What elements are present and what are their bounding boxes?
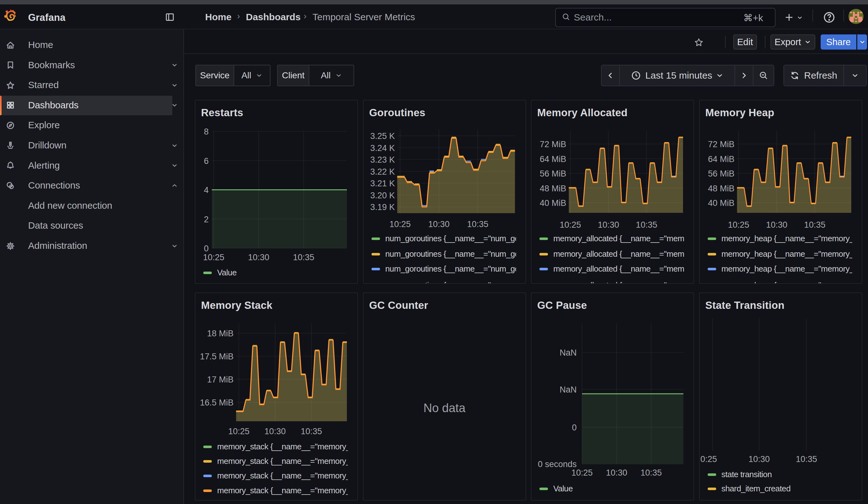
svg-text:56 MiB: 56 MiB xyxy=(707,169,734,178)
svg-text:3.25 K: 3.25 K xyxy=(370,131,394,141)
svg-text:10:35: 10:35 xyxy=(804,220,825,229)
svg-text:8: 8 xyxy=(204,127,209,136)
svg-text:3.22 K: 3.22 K xyxy=(370,167,394,176)
svg-text:0: 0 xyxy=(572,423,577,432)
svg-text:10:30: 10:30 xyxy=(428,219,450,229)
svg-text:2: 2 xyxy=(204,215,209,224)
svg-text:17.5 MiB: 17.5 MiB xyxy=(200,352,234,361)
svg-text:10:35: 10:35 xyxy=(467,219,488,229)
svg-text:0 seconds: 0 seconds xyxy=(538,460,577,469)
svg-text:10:35: 10:35 xyxy=(301,426,322,436)
svg-text:10:25: 10:25 xyxy=(389,219,411,229)
svg-text:72 MiB: 72 MiB xyxy=(540,140,566,149)
svg-text:48 MiB: 48 MiB xyxy=(707,184,734,193)
svg-text:10:25: 10:25 xyxy=(571,468,593,477)
svg-text:18 MiB: 18 MiB xyxy=(207,329,234,338)
svg-text:4: 4 xyxy=(204,185,209,195)
svg-text:10:25: 10:25 xyxy=(560,220,581,229)
svg-text:3.23 K: 3.23 K xyxy=(370,155,394,165)
svg-text:6: 6 xyxy=(204,156,209,166)
svg-text:NaN: NaN xyxy=(560,348,577,358)
svg-text:10:30: 10:30 xyxy=(265,426,286,436)
svg-text:64 MiB: 64 MiB xyxy=(707,154,734,164)
svg-text:10:30: 10:30 xyxy=(248,253,270,262)
svg-text:NaN: NaN xyxy=(560,385,577,394)
svg-text:16.5 MiB: 16.5 MiB xyxy=(200,398,234,407)
svg-text:3.19 K: 3.19 K xyxy=(370,203,394,212)
svg-text:10:30: 10:30 xyxy=(748,454,770,464)
svg-text:10:25: 10:25 xyxy=(228,426,250,436)
svg-text:40 MiB: 40 MiB xyxy=(540,198,566,208)
svg-text:10:30: 10:30 xyxy=(606,468,628,477)
svg-text:10:25: 10:25 xyxy=(203,253,225,262)
svg-text:10:30: 10:30 xyxy=(766,220,787,229)
svg-text:10:35: 10:35 xyxy=(640,468,662,477)
svg-text:56 MiB: 56 MiB xyxy=(540,169,566,178)
svg-text:3.21 K: 3.21 K xyxy=(370,179,394,188)
svg-text:0: 0 xyxy=(204,244,209,253)
svg-text:10:25: 10:25 xyxy=(728,220,749,229)
svg-text:3.24 K: 3.24 K xyxy=(370,143,394,153)
svg-text:17 MiB: 17 MiB xyxy=(207,375,234,384)
svg-text:64 MiB: 64 MiB xyxy=(540,154,566,164)
svg-text:48 MiB: 48 MiB xyxy=(540,184,566,193)
svg-text:10:30: 10:30 xyxy=(598,220,619,229)
svg-text:10:35: 10:35 xyxy=(796,454,817,464)
svg-text:72 MiB: 72 MiB xyxy=(707,140,734,149)
svg-text:10:35: 10:35 xyxy=(293,253,314,262)
svg-text:10:35: 10:35 xyxy=(636,220,658,229)
svg-text:3.20 K: 3.20 K xyxy=(370,191,394,200)
svg-text:40 MiB: 40 MiB xyxy=(707,198,734,208)
svg-text:0:25: 0:25 xyxy=(700,454,717,464)
